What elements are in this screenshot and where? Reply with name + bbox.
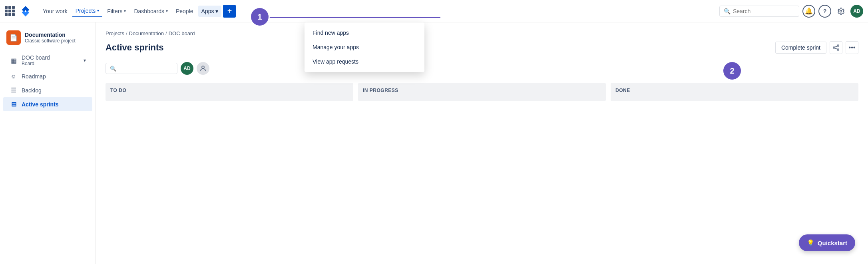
roadmap-icon: ⌾ [10, 73, 18, 80]
svg-line-3 [835, 46, 837, 47]
project-icon: 📄 [6, 30, 21, 45]
main-layout: 📄 Documentation Classic software project… [0, 22, 868, 264]
header-actions: Complete sprint ••• [775, 41, 858, 54]
apps-chevron-icon: ▾ [215, 8, 218, 14]
tour-step-2-circle: 2 [723, 62, 741, 80]
topnav: Your work Projects ▾ Filters ▾ Dashboard… [0, 0, 868, 22]
settings-icon[interactable] [834, 5, 847, 18]
search-icon: 🔍 [724, 8, 731, 14]
sidebar-item-roadmap[interactable]: ⌾ Roadmap [3, 70, 92, 83]
svg-point-0 [837, 45, 839, 46]
filter-search-input[interactable] [119, 65, 173, 72]
search-input[interactable] [733, 8, 795, 14]
more-options-button[interactable]: ••• [846, 41, 858, 54]
svg-point-2 [837, 49, 839, 50]
find-new-apps-item[interactable]: Find new apps [305, 26, 424, 40]
sidebar-item-label: Active sprints [22, 101, 59, 108]
share-button[interactable] [830, 41, 842, 54]
user-avatar[interactable]: AD [850, 5, 863, 18]
chevron-down-icon: ▾ [84, 58, 86, 63]
sidebar-item-label: Roadmap [22, 73, 46, 80]
filter-search-icon: 🔍 [110, 66, 116, 72]
sidebar-item-label: DOC board [22, 54, 50, 61]
sidebar-item-active-sprints[interactable]: ⊞ Active sprints [3, 97, 92, 111]
complete-sprint-button[interactable]: Complete sprint [775, 42, 826, 54]
backlog-icon: ☰ [10, 86, 18, 94]
manage-apps-item[interactable]: Manage your apps [305, 40, 424, 54]
breadcrumb: Projects / Documentation / DOC board [106, 30, 858, 36]
sidebar-item-doc-board[interactable]: ▦ DOC board Board ▾ [3, 51, 92, 70]
tour-step-1-circle: 1 [251, 8, 269, 26]
column-todo-header: TO DO [110, 88, 348, 93]
sidebar-item-sublabel: Board [22, 61, 50, 66]
create-button[interactable]: + [223, 5, 236, 18]
sidebar: 📄 Documentation Classic software project… [0, 22, 96, 264]
filter-bar: 🔍 AD [106, 62, 858, 75]
column-inprogress-header: IN PROGRESS [363, 88, 601, 93]
grid-menu-icon[interactable] [5, 6, 15, 16]
filters-nav[interactable]: Filters ▾ [104, 6, 129, 17]
board-icon: ▦ [10, 57, 18, 64]
filter-search-box[interactable]: 🔍 [106, 63, 177, 74]
project-name: Documentation [25, 32, 76, 38]
your-work-nav[interactable]: Your work [40, 6, 71, 17]
projects-chevron-icon: ▾ [97, 8, 99, 13]
column-done: DONE [611, 83, 858, 101]
column-todo: TO DO [106, 83, 353, 101]
view-app-requests-item[interactable]: View app requests [305, 54, 424, 69]
column-done-header: DONE [615, 88, 854, 93]
person-icon [199, 65, 207, 72]
column-inprogress: IN PROGRESS [358, 83, 606, 101]
filter-avatar-ad[interactable]: AD [181, 62, 193, 75]
more-icon: ••• [849, 44, 856, 51]
project-header: 📄 Documentation Classic software project [0, 27, 96, 51]
page-title: Active sprints [106, 42, 164, 53]
jira-logo-icon[interactable] [20, 5, 32, 17]
projects-nav[interactable]: Projects ▾ [72, 5, 103, 17]
filters-chevron-icon: ▾ [124, 9, 126, 13]
share-icon [833, 44, 839, 51]
kanban-board: TO DO IN PROGRESS DONE [106, 83, 858, 101]
people-nav[interactable]: People [173, 6, 197, 17]
breadcrumb-doc-board[interactable]: DOC board [169, 30, 195, 36]
filter-avatar-unassigned[interactable] [197, 62, 209, 75]
breadcrumb-documentation[interactable]: Documentation [129, 30, 164, 36]
svg-point-1 [833, 47, 835, 48]
sidebar-item-label: Backlog [22, 87, 42, 94]
main-content: Projects / Documentation / DOC board Act… [96, 22, 868, 264]
quickstart-button[interactable]: 💡 Quickstart [799, 234, 855, 251]
apps-nav[interactable]: Apps ▾ [198, 6, 222, 17]
svg-line-4 [835, 48, 837, 49]
search-box[interactable]: 🔍 [719, 6, 799, 17]
help-icon[interactable]: ? [818, 5, 831, 18]
breadcrumb-projects[interactable]: Projects [106, 30, 124, 36]
project-type: Classic software project [25, 38, 76, 44]
apps-dropdown-menu: Find new apps Manage your apps View app … [305, 22, 424, 72]
quickstart-label: Quickstart [818, 240, 847, 246]
sidebar-item-backlog[interactable]: ☰ Backlog [3, 83, 92, 97]
svg-point-5 [202, 66, 204, 68]
sprints-icon: ⊞ [10, 100, 18, 108]
dashboards-nav[interactable]: Dashboards ▾ [131, 6, 171, 17]
tour-line-1 [269, 17, 440, 18]
notifications-bell-icon[interactable]: 🔔 [802, 5, 815, 18]
dashboards-chevron-icon: ▾ [166, 9, 168, 13]
lightbulb-icon: 💡 [807, 239, 814, 246]
page-header: Active sprints Complete sprint ••• [106, 41, 858, 54]
